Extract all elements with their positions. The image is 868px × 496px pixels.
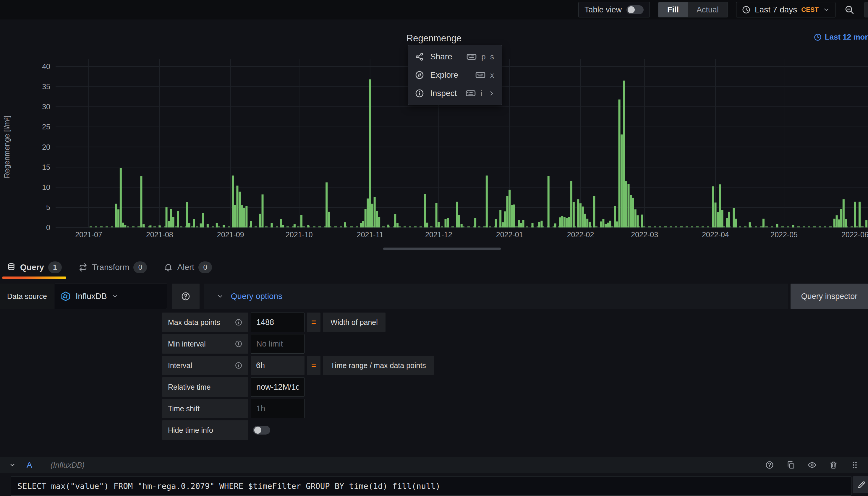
rain-bar[interactable]: [362, 221, 364, 228]
rain-bar[interactable]: [294, 224, 296, 228]
menu-item-explore[interactable]: Explorex: [408, 66, 502, 84]
query-options-header[interactable]: Query options: [204, 283, 788, 309]
rain-bar[interactable]: [437, 222, 439, 228]
rain-bar[interactable]: [607, 223, 609, 228]
rain-bar[interactable]: [216, 223, 218, 228]
rain-bar[interactable]: [396, 223, 399, 228]
tab-transform[interactable]: Transform0: [78, 256, 147, 279]
rain-bar[interactable]: [593, 196, 595, 228]
rain-bar[interactable]: [186, 202, 188, 228]
rain-bar[interactable]: [630, 195, 632, 228]
rain-bar[interactable]: [589, 222, 591, 228]
rain-bar[interactable]: [445, 219, 447, 228]
rain-bar[interactable]: [604, 224, 607, 228]
rain-bar[interactable]: [207, 224, 209, 228]
sql-edit-button[interactable]: [853, 476, 868, 493]
rain-bar[interactable]: [641, 215, 643, 228]
rain-bar[interactable]: [858, 202, 860, 228]
rain-bar[interactable]: [270, 223, 273, 228]
rain-bar[interactable]: [836, 215, 838, 228]
rain-bar[interactable]: [513, 204, 515, 228]
rain-bar[interactable]: [140, 176, 142, 228]
datasource-select[interactable]: InfluxDB: [55, 283, 167, 309]
rain-bar[interactable]: [394, 214, 396, 228]
rain-bar[interactable]: [712, 186, 714, 228]
rain-bar[interactable]: [458, 215, 460, 228]
rain-bar[interactable]: [623, 81, 625, 228]
rain-bar[interactable]: [580, 203, 582, 228]
rain-bar[interactable]: [834, 219, 836, 228]
rain-bar[interactable]: [234, 205, 236, 228]
help-icon[interactable]: [765, 461, 774, 469]
rain-bar[interactable]: [369, 79, 371, 228]
rain-bar[interactable]: [845, 219, 847, 228]
rain-bar[interactable]: [509, 190, 511, 228]
rain-bar[interactable]: [721, 210, 723, 228]
rain-bar[interactable]: [628, 184, 630, 228]
rain-bar[interactable]: [520, 223, 522, 228]
rain-bar[interactable]: [564, 217, 566, 228]
rain-bar[interactable]: [568, 217, 570, 228]
rain-bar[interactable]: [239, 192, 241, 228]
rain-bar[interactable]: [586, 219, 588, 228]
rain-bar[interactable]: [566, 218, 568, 228]
option-input-3[interactable]: [251, 377, 304, 397]
rain-bar[interactable]: [792, 225, 794, 228]
panel-title[interactable]: Regenmenge: [0, 33, 868, 44]
rain-bar[interactable]: [715, 203, 717, 228]
rain-bar[interactable]: [518, 220, 520, 228]
rain-bar[interactable]: [609, 221, 611, 228]
time-override-link[interactable]: Last 12 mont: [813, 32, 868, 42]
rain-bar[interactable]: [168, 221, 170, 228]
rain-bar[interactable]: [149, 226, 151, 228]
option-input-4[interactable]: [251, 399, 304, 418]
time-range-picker[interactable]: Last 7 days CEST: [736, 2, 836, 17]
rain-bar[interactable]: [511, 205, 513, 228]
rain-bar[interactable]: [632, 198, 634, 228]
rain-bar[interactable]: [236, 186, 238, 228]
rain-bar[interactable]: [435, 203, 437, 228]
rain-bar[interactable]: [865, 220, 867, 228]
rain-bar[interactable]: [376, 211, 378, 228]
rain-bar[interactable]: [570, 181, 572, 228]
rain-bar[interactable]: [717, 212, 719, 228]
rain-bar[interactable]: [504, 212, 506, 228]
rain-bar[interactable]: [326, 182, 328, 228]
rain-bar[interactable]: [540, 221, 542, 228]
rain-bar[interactable]: [202, 213, 204, 228]
rain-bar[interactable]: [447, 218, 449, 228]
rain-bar[interactable]: [124, 225, 126, 228]
rain-bar[interactable]: [854, 202, 856, 228]
rain-bar[interactable]: [840, 209, 842, 228]
rain-bar[interactable]: [499, 210, 502, 228]
rain-bar[interactable]: [344, 222, 346, 228]
rain-bar[interactable]: [554, 223, 556, 228]
partial-button[interactable]: [865, 2, 868, 17]
hide-time-info-toggle[interactable]: [253, 426, 270, 435]
fill-button[interactable]: Fill: [658, 2, 688, 17]
rain-bar[interactable]: [193, 219, 195, 228]
rain-bar[interactable]: [223, 225, 225, 228]
eye-icon[interactable]: [808, 461, 817, 469]
trash-icon[interactable]: [829, 461, 838, 469]
rain-bar[interactable]: [143, 224, 145, 228]
rain-bar[interactable]: [502, 222, 504, 228]
rain-bar[interactable]: [625, 181, 627, 228]
rain-bar[interactable]: [548, 176, 550, 228]
table-view-toggle[interactable]: [627, 5, 644, 14]
rain-bar[interactable]: [360, 223, 362, 228]
rain-bar[interactable]: [188, 223, 190, 228]
rain-bar[interactable]: [241, 205, 243, 228]
rain-bar[interactable]: [838, 219, 840, 228]
rain-bar[interactable]: [561, 216, 563, 228]
rain-bar[interactable]: [582, 206, 584, 228]
option-input-1[interactable]: [251, 334, 304, 354]
rain-bar[interactable]: [170, 209, 172, 228]
rain-bar[interactable]: [328, 212, 330, 228]
copy-icon[interactable]: [787, 461, 795, 469]
rain-bar[interactable]: [245, 206, 248, 228]
rain-bar[interactable]: [749, 222, 751, 228]
rain-bar[interactable]: [522, 220, 524, 228]
rain-bar[interactable]: [600, 221, 602, 228]
option-input-0[interactable]: [251, 312, 304, 332]
